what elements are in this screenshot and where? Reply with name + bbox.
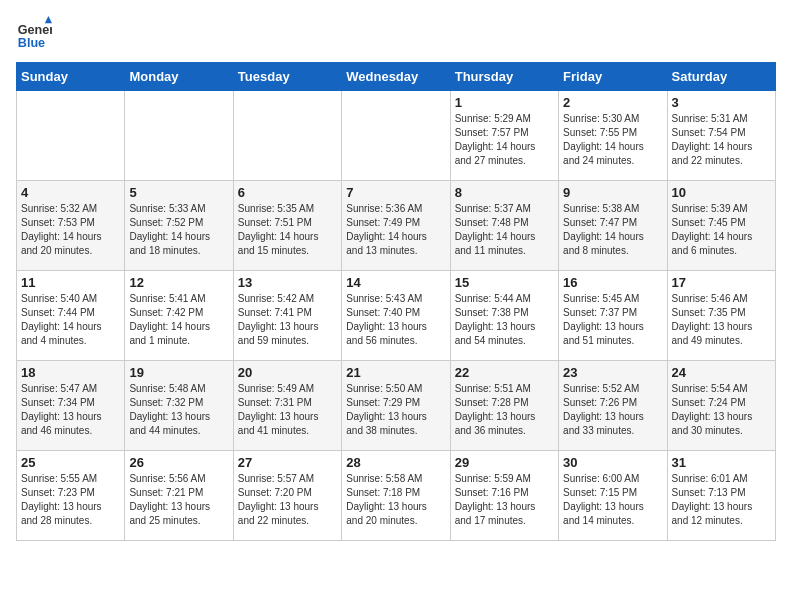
calendar-cell: 1Sunrise: 5:29 AM Sunset: 7:57 PM Daylig… xyxy=(450,91,558,181)
weekday-header-monday: Monday xyxy=(125,63,233,91)
calendar-table: SundayMondayTuesdayWednesdayThursdayFrid… xyxy=(16,62,776,541)
day-info: Sunrise: 5:32 AM Sunset: 7:53 PM Dayligh… xyxy=(21,202,120,258)
calendar-week-row: 11Sunrise: 5:40 AM Sunset: 7:44 PM Dayli… xyxy=(17,271,776,361)
day-info: Sunrise: 5:43 AM Sunset: 7:40 PM Dayligh… xyxy=(346,292,445,348)
day-number: 21 xyxy=(346,365,445,380)
day-info: Sunrise: 6:00 AM Sunset: 7:15 PM Dayligh… xyxy=(563,472,662,528)
day-number: 13 xyxy=(238,275,337,290)
weekday-header-row: SundayMondayTuesdayWednesdayThursdayFrid… xyxy=(17,63,776,91)
day-info: Sunrise: 5:50 AM Sunset: 7:29 PM Dayligh… xyxy=(346,382,445,438)
day-info: Sunrise: 5:45 AM Sunset: 7:37 PM Dayligh… xyxy=(563,292,662,348)
calendar-cell: 2Sunrise: 5:30 AM Sunset: 7:55 PM Daylig… xyxy=(559,91,667,181)
day-info: Sunrise: 5:52 AM Sunset: 7:26 PM Dayligh… xyxy=(563,382,662,438)
calendar-cell: 25Sunrise: 5:55 AM Sunset: 7:23 PM Dayli… xyxy=(17,451,125,541)
day-info: Sunrise: 5:55 AM Sunset: 7:23 PM Dayligh… xyxy=(21,472,120,528)
calendar-week-row: 25Sunrise: 5:55 AM Sunset: 7:23 PM Dayli… xyxy=(17,451,776,541)
day-number: 7 xyxy=(346,185,445,200)
day-number: 15 xyxy=(455,275,554,290)
day-info: Sunrise: 5:33 AM Sunset: 7:52 PM Dayligh… xyxy=(129,202,228,258)
calendar-cell: 10Sunrise: 5:39 AM Sunset: 7:45 PM Dayli… xyxy=(667,181,775,271)
calendar-cell: 16Sunrise: 5:45 AM Sunset: 7:37 PM Dayli… xyxy=(559,271,667,361)
calendar-cell: 12Sunrise: 5:41 AM Sunset: 7:42 PM Dayli… xyxy=(125,271,233,361)
weekday-header-wednesday: Wednesday xyxy=(342,63,450,91)
calendar-cell xyxy=(17,91,125,181)
day-number: 14 xyxy=(346,275,445,290)
day-number: 30 xyxy=(563,455,662,470)
day-info: Sunrise: 5:57 AM Sunset: 7:20 PM Dayligh… xyxy=(238,472,337,528)
day-info: Sunrise: 5:59 AM Sunset: 7:16 PM Dayligh… xyxy=(455,472,554,528)
day-number: 6 xyxy=(238,185,337,200)
weekday-header-sunday: Sunday xyxy=(17,63,125,91)
logo: General Blue xyxy=(16,16,52,52)
calendar-cell: 20Sunrise: 5:49 AM Sunset: 7:31 PM Dayli… xyxy=(233,361,341,451)
day-number: 11 xyxy=(21,275,120,290)
svg-text:Blue: Blue xyxy=(18,36,45,50)
day-number: 17 xyxy=(672,275,771,290)
calendar-cell: 19Sunrise: 5:48 AM Sunset: 7:32 PM Dayli… xyxy=(125,361,233,451)
day-info: Sunrise: 5:36 AM Sunset: 7:49 PM Dayligh… xyxy=(346,202,445,258)
day-number: 31 xyxy=(672,455,771,470)
calendar-cell: 4Sunrise: 5:32 AM Sunset: 7:53 PM Daylig… xyxy=(17,181,125,271)
day-info: Sunrise: 5:29 AM Sunset: 7:57 PM Dayligh… xyxy=(455,112,554,168)
day-info: Sunrise: 5:30 AM Sunset: 7:55 PM Dayligh… xyxy=(563,112,662,168)
calendar-week-row: 18Sunrise: 5:47 AM Sunset: 7:34 PM Dayli… xyxy=(17,361,776,451)
calendar-cell: 18Sunrise: 5:47 AM Sunset: 7:34 PM Dayli… xyxy=(17,361,125,451)
day-info: Sunrise: 5:41 AM Sunset: 7:42 PM Dayligh… xyxy=(129,292,228,348)
day-info: Sunrise: 5:31 AM Sunset: 7:54 PM Dayligh… xyxy=(672,112,771,168)
day-number: 19 xyxy=(129,365,228,380)
day-info: Sunrise: 6:01 AM Sunset: 7:13 PM Dayligh… xyxy=(672,472,771,528)
weekday-header-friday: Friday xyxy=(559,63,667,91)
calendar-cell: 24Sunrise: 5:54 AM Sunset: 7:24 PM Dayli… xyxy=(667,361,775,451)
calendar-cell: 6Sunrise: 5:35 AM Sunset: 7:51 PM Daylig… xyxy=(233,181,341,271)
day-number: 16 xyxy=(563,275,662,290)
day-number: 20 xyxy=(238,365,337,380)
day-number: 25 xyxy=(21,455,120,470)
weekday-header-tuesday: Tuesday xyxy=(233,63,341,91)
calendar-cell: 22Sunrise: 5:51 AM Sunset: 7:28 PM Dayli… xyxy=(450,361,558,451)
day-info: Sunrise: 5:58 AM Sunset: 7:18 PM Dayligh… xyxy=(346,472,445,528)
calendar-week-row: 4Sunrise: 5:32 AM Sunset: 7:53 PM Daylig… xyxy=(17,181,776,271)
calendar-week-row: 1Sunrise: 5:29 AM Sunset: 7:57 PM Daylig… xyxy=(17,91,776,181)
day-info: Sunrise: 5:56 AM Sunset: 7:21 PM Dayligh… xyxy=(129,472,228,528)
day-info: Sunrise: 5:54 AM Sunset: 7:24 PM Dayligh… xyxy=(672,382,771,438)
weekday-header-saturday: Saturday xyxy=(667,63,775,91)
calendar-cell: 21Sunrise: 5:50 AM Sunset: 7:29 PM Dayli… xyxy=(342,361,450,451)
day-info: Sunrise: 5:37 AM Sunset: 7:48 PM Dayligh… xyxy=(455,202,554,258)
calendar-cell xyxy=(342,91,450,181)
calendar-cell: 8Sunrise: 5:37 AM Sunset: 7:48 PM Daylig… xyxy=(450,181,558,271)
calendar-cell: 3Sunrise: 5:31 AM Sunset: 7:54 PM Daylig… xyxy=(667,91,775,181)
calendar-cell: 28Sunrise: 5:58 AM Sunset: 7:18 PM Dayli… xyxy=(342,451,450,541)
day-number: 2 xyxy=(563,95,662,110)
calendar-cell: 27Sunrise: 5:57 AM Sunset: 7:20 PM Dayli… xyxy=(233,451,341,541)
calendar-cell: 14Sunrise: 5:43 AM Sunset: 7:40 PM Dayli… xyxy=(342,271,450,361)
day-number: 23 xyxy=(563,365,662,380)
day-info: Sunrise: 5:44 AM Sunset: 7:38 PM Dayligh… xyxy=(455,292,554,348)
day-number: 26 xyxy=(129,455,228,470)
calendar-cell: 31Sunrise: 6:01 AM Sunset: 7:13 PM Dayli… xyxy=(667,451,775,541)
day-number: 12 xyxy=(129,275,228,290)
weekday-header-thursday: Thursday xyxy=(450,63,558,91)
day-number: 27 xyxy=(238,455,337,470)
day-info: Sunrise: 5:40 AM Sunset: 7:44 PM Dayligh… xyxy=(21,292,120,348)
day-info: Sunrise: 5:46 AM Sunset: 7:35 PM Dayligh… xyxy=(672,292,771,348)
calendar-cell: 29Sunrise: 5:59 AM Sunset: 7:16 PM Dayli… xyxy=(450,451,558,541)
calendar-cell: 26Sunrise: 5:56 AM Sunset: 7:21 PM Dayli… xyxy=(125,451,233,541)
logo-icon: General Blue xyxy=(16,16,52,52)
calendar-cell: 9Sunrise: 5:38 AM Sunset: 7:47 PM Daylig… xyxy=(559,181,667,271)
calendar-cell: 23Sunrise: 5:52 AM Sunset: 7:26 PM Dayli… xyxy=(559,361,667,451)
day-number: 1 xyxy=(455,95,554,110)
svg-marker-2 xyxy=(45,16,52,23)
day-number: 10 xyxy=(672,185,771,200)
day-info: Sunrise: 5:51 AM Sunset: 7:28 PM Dayligh… xyxy=(455,382,554,438)
day-number: 29 xyxy=(455,455,554,470)
calendar-cell xyxy=(233,91,341,181)
calendar-cell: 13Sunrise: 5:42 AM Sunset: 7:41 PM Dayli… xyxy=(233,271,341,361)
day-info: Sunrise: 5:42 AM Sunset: 7:41 PM Dayligh… xyxy=(238,292,337,348)
day-number: 8 xyxy=(455,185,554,200)
day-info: Sunrise: 5:49 AM Sunset: 7:31 PM Dayligh… xyxy=(238,382,337,438)
calendar-cell: 15Sunrise: 5:44 AM Sunset: 7:38 PM Dayli… xyxy=(450,271,558,361)
day-number: 3 xyxy=(672,95,771,110)
calendar-cell: 5Sunrise: 5:33 AM Sunset: 7:52 PM Daylig… xyxy=(125,181,233,271)
day-info: Sunrise: 5:39 AM Sunset: 7:45 PM Dayligh… xyxy=(672,202,771,258)
day-number: 5 xyxy=(129,185,228,200)
